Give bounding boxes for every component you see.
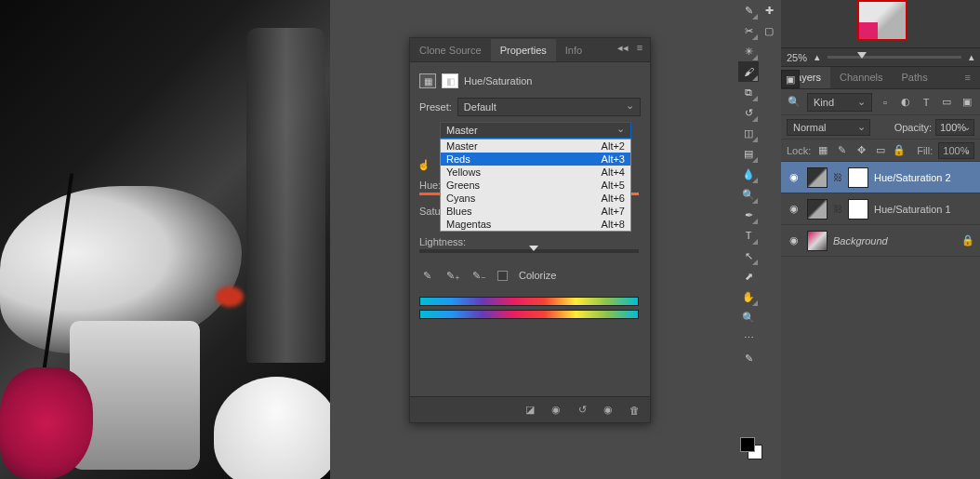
gradient-tool[interactable]: ▤: [738, 143, 759, 164]
zoom-slider[interactable]: [828, 56, 961, 59]
properties-panel: Clone Source Properties Info ◂◂ ≡ ▦ ◧ Hu…: [409, 37, 651, 423]
color-sampler-tool[interactable]: ✚: [759, 0, 779, 20]
opacity-input[interactable]: 100%: [935, 119, 974, 136]
fill-label: Fill:: [917, 145, 933, 156]
photo-content: [0, 0, 330, 479]
lock-all-icon[interactable]: 🔒: [893, 143, 906, 158]
lightness-slider[interactable]: [419, 249, 639, 253]
clone-stamp-tool[interactable]: ⧉: [738, 82, 759, 102]
colorize-label: Colorize: [519, 270, 556, 281]
eraser-tool[interactable]: ◫: [738, 123, 759, 143]
range-option-master[interactable]: MasterAlt+2: [441, 140, 630, 153]
filter-pixel-icon[interactable]: ▫: [878, 95, 893, 110]
edit-toolbar-icon[interactable]: ✎: [738, 348, 759, 368]
navigator-thumbnail[interactable]: [857, 0, 907, 41]
visibility-icon[interactable]: ◉: [600, 402, 616, 419]
crop-tool[interactable]: ✂: [738, 20, 759, 41]
opacity-value: 100%: [940, 122, 966, 133]
tab-paths[interactable]: Paths: [893, 67, 937, 88]
zoom-tool[interactable]: 🔍: [738, 307, 759, 327]
preset-dropdown[interactable]: Default: [457, 98, 641, 116]
color-range-selected: Master: [446, 125, 478, 136]
layer-row[interactable]: ◉⛓Hue/Saturation 1: [781, 193, 980, 225]
foreground-color-swatch[interactable]: [740, 437, 755, 452]
blur-tool[interactable]: 💧: [738, 164, 759, 184]
eyedropper-subtract-icon[interactable]: ✎₋: [471, 268, 486, 283]
panel-menu-icon[interactable]: ≡: [633, 41, 646, 54]
dodge-tool[interactable]: 🔍: [738, 184, 759, 205]
layer-filter-dropdown[interactable]: Kind: [807, 93, 872, 112]
more-tools-icon[interactable]: ⋯: [738, 327, 759, 348]
pen-tool[interactable]: ✒: [738, 205, 759, 225]
tab-properties[interactable]: Properties: [491, 39, 556, 61]
colorize-checkbox[interactable]: [497, 271, 508, 281]
spot-heal-tool[interactable]: ✳: [738, 41, 759, 61]
eyedropper-icon[interactable]: ✎: [419, 268, 434, 283]
targeted-adjust-icon[interactable]: ☝: [417, 159, 430, 171]
layer-name: Background: [833, 235, 956, 246]
tab-clone-source[interactable]: Clone Source: [410, 39, 491, 61]
spectrum-bottom: [419, 310, 639, 319]
zoom-value[interactable]: 25%: [787, 52, 807, 63]
filter-smart-icon[interactable]: ▣: [960, 95, 974, 110]
lock-position-icon[interactable]: ✎: [836, 143, 849, 158]
lightness-label: Lightness:: [419, 236, 466, 247]
range-option-blues[interactable]: BluesAlt+7: [441, 205, 630, 218]
link-icon: ⛓: [833, 204, 842, 214]
zoom-in-icon[interactable]: ▴: [969, 51, 974, 63]
zoom-out-icon[interactable]: ▴: [814, 51, 820, 63]
range-option-reds[interactable]: RedsAlt+3: [441, 153, 630, 166]
tools-toolbar: ✎✚ ✂▢ ✳ 🖌 ⧉ ↺ ◫ ▤ 💧 🔍 ✒ T ↖ ⬈ ✋ 🔍 ⋯ ✎: [736, 0, 781, 479]
photo-straw: [33, 173, 73, 441]
lightness-handle[interactable]: [529, 246, 538, 251]
spectrum-top: [419, 297, 639, 306]
range-option-magentas[interactable]: MagentasAlt+8: [441, 218, 630, 231]
fill-input[interactable]: 100%: [938, 142, 974, 159]
document-canvas[interactable]: [0, 0, 330, 479]
filter-shape-icon[interactable]: ▭: [939, 95, 954, 110]
lock-move-icon[interactable]: ✥: [854, 143, 867, 158]
range-option-greens[interactable]: GreensAlt+5: [441, 179, 630, 192]
history-brush-tool[interactable]: ↺: [738, 102, 759, 123]
tab-channels[interactable]: Channels: [830, 67, 892, 88]
range-option-yellows[interactable]: YellowsAlt+4: [441, 166, 630, 179]
range-option-cyans[interactable]: CyansAlt+6: [441, 192, 630, 205]
eyedropper-add-icon[interactable]: ✎₊: [445, 268, 460, 283]
frame-tool[interactable]: ▢: [759, 20, 779, 41]
layer-row[interactable]: ◉⛓Hue/Saturation 2: [781, 162, 980, 193]
color-swatches[interactable]: [738, 435, 764, 461]
reset-icon[interactable]: ↺: [574, 402, 590, 419]
collapsed-panel-icon[interactable]: ▣: [781, 70, 800, 88]
mask-thumb: [848, 199, 868, 220]
eyedropper-tool[interactable]: ✎: [738, 0, 759, 20]
path-select-tool[interactable]: ↖: [738, 246, 759, 266]
lock-pixels-icon[interactable]: ▦: [816, 143, 829, 158]
layers-menu-icon[interactable]: ≡: [956, 67, 980, 88]
view-previous-icon[interactable]: ◉: [548, 402, 564, 419]
type-tool[interactable]: T: [738, 225, 759, 246]
collapse-icon[interactable]: ◂◂: [616, 41, 629, 54]
mask-thumb: [848, 167, 868, 188]
brush-tool[interactable]: 🖌: [738, 61, 759, 82]
adjustment-thumb: [807, 199, 828, 220]
layer-row[interactable]: ◉Background🔒: [781, 225, 980, 257]
lock-artboard-icon[interactable]: ▭: [873, 143, 886, 158]
layer-filter-value: Kind: [814, 97, 834, 108]
filter-type-icon[interactable]: T: [919, 95, 934, 110]
visibility-toggle-icon[interactable]: ◉: [787, 203, 801, 215]
direct-select-tool[interactable]: ⬈: [738, 266, 759, 286]
color-range-dropdown[interactable]: Master: [440, 122, 631, 139]
visibility-toggle-icon[interactable]: ◉: [787, 234, 801, 246]
photo-cup-white: [214, 377, 330, 479]
tab-info[interactable]: Info: [556, 39, 591, 61]
mask-icon: ◧: [442, 73, 458, 88]
blend-mode-dropdown[interactable]: Normal: [787, 119, 870, 136]
search-icon[interactable]: 🔍: [787, 95, 801, 110]
clip-to-layer-icon[interactable]: ◪: [522, 402, 538, 419]
filter-adjust-icon[interactable]: ◐: [898, 95, 913, 110]
trash-icon[interactable]: 🗑: [626, 402, 642, 419]
hand-tool[interactable]: ✋: [738, 286, 759, 307]
visibility-toggle-icon[interactable]: ◉: [787, 171, 801, 183]
preset-value: Default: [464, 101, 497, 113]
zoom-handle[interactable]: [857, 52, 867, 59]
